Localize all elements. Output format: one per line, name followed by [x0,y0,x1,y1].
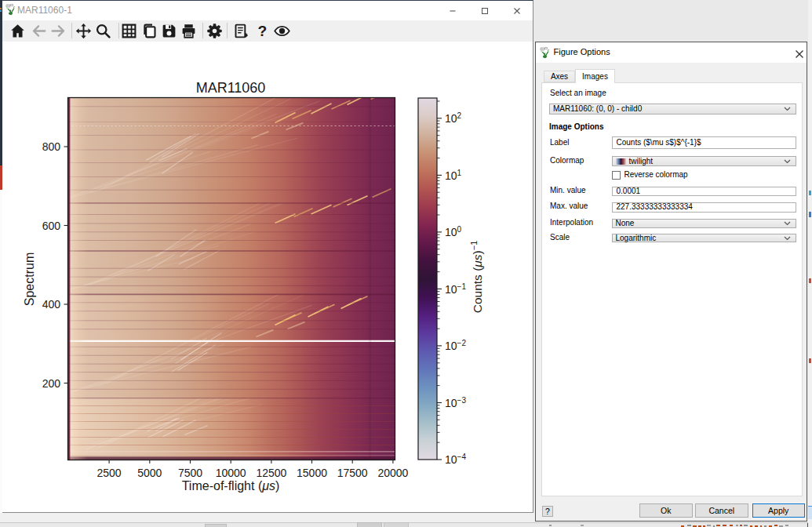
svg-text:?: ? [257,23,267,39]
